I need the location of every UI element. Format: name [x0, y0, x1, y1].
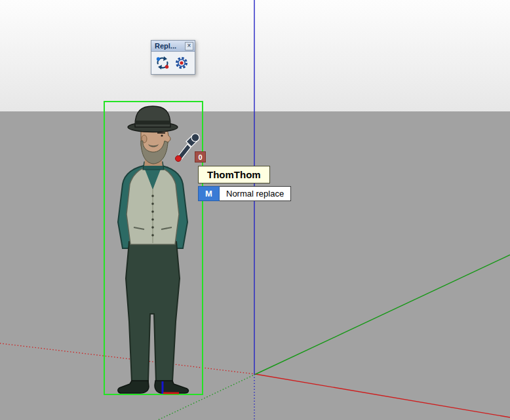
- red-axis-solid: [256, 374, 510, 417]
- toolbar-titlebar[interactable]: Repl... ×: [151, 41, 195, 52]
- modifier-hint: M Normal replace: [198, 186, 291, 201]
- gear-icon: [174, 56, 189, 70]
- toolbar-title: Repl...: [155, 42, 176, 50]
- toolbar-body: [151, 52, 195, 74]
- drawing-axes: [0, 0, 510, 420]
- component-name-tooltip: ThomThom: [198, 166, 270, 183]
- modifier-action-label: Normal replace: [220, 186, 291, 201]
- modifier-key-badge: M: [198, 186, 220, 201]
- swap-arrows-icon: [155, 56, 170, 70]
- replace-tool-button[interactable]: [153, 54, 171, 71]
- green-axis-solid: [256, 255, 510, 374]
- count-badge: 0: [195, 151, 206, 162]
- sketchup-viewport[interactable]: Repl... ×: [0, 0, 510, 420]
- close-icon[interactable]: ×: [185, 42, 193, 50]
- component-axes-indicator: [157, 380, 184, 397]
- replace-toolbar[interactable]: Repl... ×: [151, 40, 195, 75]
- replace-options-button[interactable]: [172, 54, 190, 71]
